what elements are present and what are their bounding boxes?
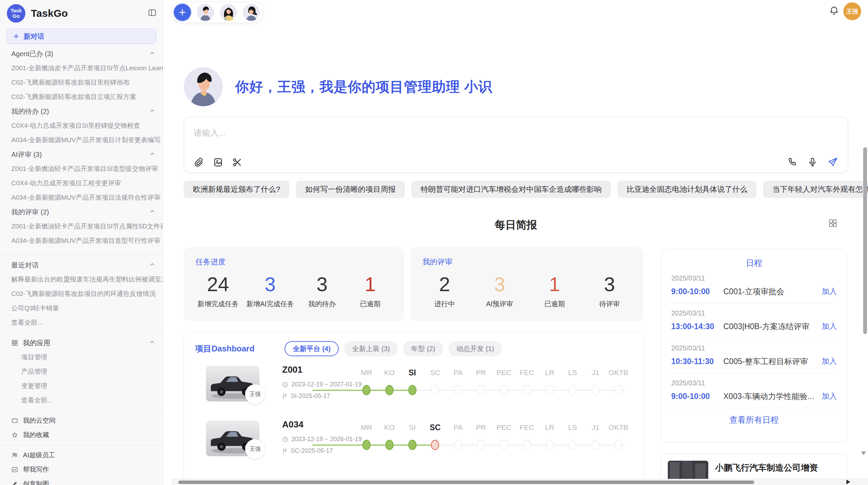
chevron-up-icon[interactable]	[149, 108, 155, 115]
join-link[interactable]: 加入	[822, 286, 837, 297]
view-all-chats[interactable]: 查看全部...	[0, 315, 163, 330]
clock-icon	[282, 382, 288, 388]
section-label: 我的待办 (2)	[11, 107, 49, 116]
cloud-space-icon	[11, 417, 18, 424]
image-icon[interactable]	[213, 157, 223, 167]
list-item[interactable]: C02-飞腾新能源轻客改款项目里程碑画布	[0, 75, 163, 90]
stat-ai-prereview: 3AI预评审	[479, 271, 520, 309]
chevron-up-icon[interactable]	[149, 50, 155, 58]
tab-platform[interactable]: 全新平台 (4)	[285, 341, 339, 356]
milestone-dot	[454, 385, 462, 395]
scroll-right-arrow-icon[interactable]	[846, 480, 850, 484]
milestone-timeline: MR KO SI SC PA PR PEC FEC LR LS J1 OKTB	[355, 366, 629, 411]
list-item[interactable]: 解释最新出台的欧盟报废车法规再生塑料比例被调至15%...	[0, 272, 163, 287]
add-agent-button[interactable]	[174, 4, 191, 21]
stat-pending-review: 3待评审	[589, 271, 630, 309]
suggestion-chip[interactable]: 比亚迪全固态电池计划具体说了什么	[617, 181, 757, 198]
schedule-time: 10:30-11:30	[671, 357, 723, 366]
list-item[interactable]: A034-全新新能源MUV产品开发项目法规符合性评审	[0, 190, 163, 205]
suggestion-chip[interactable]: 如何写一份清晰的项目周报	[296, 181, 405, 198]
image-write-icon	[11, 466, 18, 473]
list-item[interactable]: Z001-全新燃油轻卡产品开发项目SI造型提交物评审	[0, 162, 163, 176]
project-row[interactable]: 王强 Z001 2023-12-19 ~ 2027-01-19 SI-2025-…	[184, 362, 643, 414]
milestone-dot-done	[385, 385, 394, 395]
section-ai-review[interactable]: AI评审 (3)	[0, 147, 163, 162]
section-agent-done[interactable]: Agent已办 (3)	[0, 47, 163, 61]
schedule-name: C001-立项审批会	[723, 286, 822, 297]
milestone-dot	[500, 440, 508, 450]
scissors-icon[interactable]	[232, 157, 242, 167]
milestone: KO	[378, 421, 400, 451]
task-progress-card: 任务进度 24新增完成任务 3新增AI完成任务 3我的待办 1已逾期	[184, 247, 404, 321]
schedule-card: 日程 2025/03/11 9:00-10:00 C001-立项审批会 加入 2…	[661, 249, 847, 443]
section-my-apps[interactable]: 我的应用	[0, 336, 163, 350]
sidebar-item-change-mgmt[interactable]: 变更管理	[0, 379, 163, 393]
suggestion-chip[interactable]: 特朗普可能对进口汽车增税会对中国车企造成哪些影响	[411, 181, 611, 198]
chevron-up-icon[interactable]	[149, 208, 155, 216]
sidebar-collapse-icon[interactable]	[148, 8, 157, 18]
stat-new-done: 24新增完成任务	[197, 271, 239, 309]
view-all-apps[interactable]: 查看全部...	[0, 393, 163, 408]
milestone: MR	[355, 421, 377, 451]
list-item[interactable]: C0X4-动力总成开发项目工程变更评审	[0, 176, 163, 190]
tab-year-model[interactable]: 年型 (2)	[403, 341, 443, 356]
sidebar-item-product-mgmt[interactable]: 产品管理	[0, 364, 163, 379]
list-item[interactable]: C0X4-动力总成开发项目SI里程碑提交物检查	[0, 119, 163, 133]
sidebar-item-label: 创意制图	[23, 480, 49, 485]
phone-icon[interactable]	[787, 157, 798, 167]
suggestion-chip[interactable]: 欧洲新规最近颁布了什么?	[184, 181, 289, 198]
list-item[interactable]: C02-飞腾新能源轻客改款项目的闭环通告反馈情况	[0, 287, 163, 301]
owner-badge: 王强	[245, 439, 265, 459]
avatar[interactable]	[243, 4, 260, 21]
sidebar-item-cloud-space[interactable]: 我的云空间	[0, 413, 163, 428]
join-link[interactable]: 加入	[822, 356, 837, 366]
owner-badge: 王强	[245, 384, 265, 404]
milestone: SI	[401, 366, 423, 397]
tab-body[interactable]: 全新上装 (3)	[344, 341, 398, 356]
schedule-time: 9:00-10:00	[671, 392, 723, 401]
milestone-dot-done	[362, 385, 371, 395]
chat-input[interactable]	[194, 128, 571, 138]
microphone-icon[interactable]	[807, 157, 818, 167]
join-link[interactable]: 加入	[822, 321, 837, 332]
layout-grid-icon[interactable]	[828, 219, 837, 229]
sidebar-item-favorites[interactable]: 我的收藏	[0, 428, 163, 442]
list-item[interactable]: 公司Q3轻卡销量	[0, 301, 163, 315]
milestone: OKTB	[607, 366, 629, 397]
list-item[interactable]: Z001-全新燃油轻卡产品开发项目SI节点属性5D文件评审	[0, 219, 163, 234]
view-all-schedule-link[interactable]: 查看所有日程	[661, 414, 847, 425]
list-item[interactable]: C02-飞腾新能源轻客改款项目立项汇报方案	[0, 90, 163, 104]
chevron-up-icon[interactable]	[149, 339, 155, 347]
sidebar-item-ai-employee[interactable]: AI超级员工	[0, 448, 163, 462]
sidebar-item-help-write[interactable]: 帮我写作	[0, 462, 163, 477]
section-my-review[interactable]: 我的评审 (2)	[0, 205, 163, 219]
user-avatar[interactable]: 王强	[843, 2, 861, 20]
chevron-up-icon[interactable]	[149, 261, 155, 269]
tab-powertrain[interactable]: 动总开发 (1)	[448, 341, 502, 356]
horizontal-scrollbar[interactable]	[171, 479, 868, 485]
notification-bell-icon[interactable]	[829, 5, 839, 17]
sidebar-item-creative-draw[interactable]: 创意制图	[0, 477, 163, 485]
sidebar-item-project-mgmt[interactable]: 项目管理	[0, 350, 163, 364]
chevron-up-icon[interactable]	[149, 151, 155, 159]
list-item[interactable]: A034-全新新能源MUV产品开发项目计划变更表编写	[0, 133, 163, 147]
project-row[interactable]: 王强 A034 2023-12-19 ~ 2026-01-19 SC-2025-…	[184, 417, 643, 469]
horizontal-scrollbar-thumb[interactable]	[178, 481, 754, 484]
avatar[interactable]	[197, 4, 214, 21]
scroll-down-arrow-icon[interactable]	[861, 451, 866, 455]
divider	[0, 333, 163, 333]
milestone-dot-done	[408, 440, 417, 450]
new-chat-button[interactable]: 新对话	[7, 29, 156, 44]
avatar[interactable]	[220, 4, 237, 21]
vertical-scrollbar-thumb[interactable]	[863, 147, 867, 334]
milestone-dot	[477, 385, 485, 395]
section-recent-chats[interactable]: 最近对话	[0, 258, 163, 272]
section-my-todo[interactable]: 我的待办 (2)	[0, 104, 163, 119]
suggestion-chip[interactable]: 当下年轻人对汽车外观有怎样的喜好趋势	[763, 181, 868, 198]
send-icon[interactable]	[827, 157, 838, 167]
list-item[interactable]: Z001-全新燃油皮卡产品开发项目SI节点Lesson Learn报告	[0, 61, 163, 75]
people-icon	[11, 452, 18, 459]
join-link[interactable]: 加入	[822, 391, 837, 401]
list-item[interactable]: A034-全新新能源MUV产品开发项目造型可行性评审	[0, 234, 163, 248]
attachment-icon[interactable]	[194, 157, 204, 167]
